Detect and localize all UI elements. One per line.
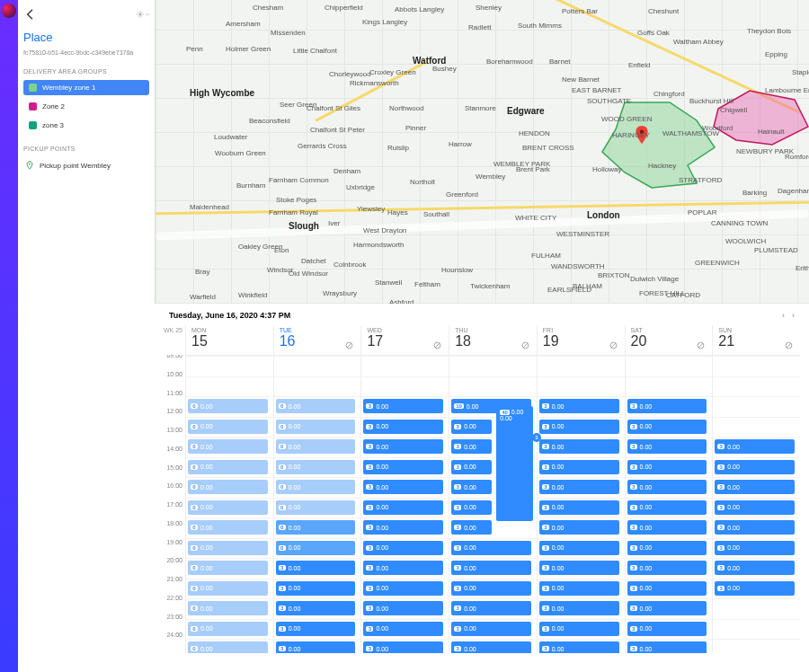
timeslot[interactable]: 00.00 [188,581,268,596]
timeslot[interactable]: 30.00 [627,622,707,636]
timeslot[interactable]: 30.00 [627,641,707,653]
timeslot[interactable]: 30.00 [715,520,795,535]
map[interactable]: CheshamChipperfieldAbbots LangleyShenley… [155,0,809,304]
timeslot[interactable]: 30.00 [715,541,795,555]
timeslot[interactable]: 30.00 [451,420,492,434]
overflow-badge[interactable]: 3 [532,433,541,442]
day-header-thu[interactable]: THU18 [449,325,537,355]
timeslot[interactable]: 30.00 [451,460,492,474]
timeslot[interactable]: 30.00 [451,561,531,575]
timeslot[interactable]: 00.00 [188,420,268,434]
timeslot[interactable]: 30.00 [276,622,356,636]
timeslot[interactable]: 30.00 [627,399,707,413]
settings-dropdown[interactable] [137,8,149,21]
timeslot-large[interactable]: 40 0.000.00 [496,406,533,521]
timeslot[interactable]: 30.00 [363,460,443,474]
timeslot[interactable]: 30.00 [715,439,795,454]
timeslot[interactable]: 30.00 [276,581,356,596]
timeslot[interactable]: 30.00 [539,500,619,515]
timeslot[interactable]: 30.00 [276,601,356,615]
timeslot[interactable]: 00.00 [188,439,268,454]
timeslot[interactable]: 30.00 [627,541,707,555]
timeslot[interactable]: 30.00 [363,520,443,535]
next-week-button[interactable]: › [792,311,795,320]
timeslot[interactable]: 30.00 [451,581,531,596]
timeslot[interactable]: 30.00 [363,480,443,494]
day-header-fri[interactable]: FRI19 [537,325,625,355]
timeslot[interactable]: 30.00 [539,420,619,434]
timeslot[interactable]: 00.00 [188,500,268,515]
timeslot[interactable]: 30.00 [715,581,795,596]
timeslot[interactable]: 30.00 [451,641,531,653]
timeslot[interactable]: 30.00 [627,439,707,454]
app-logo[interactable] [2,4,16,18]
timeslot[interactable]: 30.00 [627,601,707,615]
timeslot[interactable]: 00.00 [188,601,268,615]
timeslot[interactable]: 30.00 [715,561,795,575]
timeslot[interactable]: 00.00 [276,500,356,515]
timeslot[interactable]: 30.00 [363,601,443,615]
timeslot[interactable]: 30.00 [715,460,795,474]
timeslot[interactable]: 30.00 [539,581,619,596]
timeslot[interactable]: 30.00 [363,561,443,575]
day-header-sun[interactable]: SUN21 [712,325,800,355]
timeslot[interactable]: 00.00 [276,460,356,474]
timeslot[interactable]: 30.00 [363,500,443,515]
timeslot[interactable]: 30.00 [451,500,492,515]
timeslot[interactable]: 30.00 [363,581,443,596]
timeslot[interactable]: 30.00 [539,399,619,413]
day-header-mon[interactable]: MON15 [185,325,273,355]
timeslot[interactable]: 00.00 [276,541,356,555]
timeslot[interactable]: 30.00 [451,541,531,555]
timeslot[interactable]: 30.00 [627,581,707,596]
timeslot[interactable]: 30.00 [627,420,707,434]
timeslot[interactable]: 30.00 [539,601,619,615]
timeslot[interactable]: 00.00 [276,520,356,535]
zone-item-2[interactable]: zone 3 [23,118,149,133]
timeslot[interactable]: 00.00 [276,480,356,494]
timeslot[interactable]: 30.00 [539,622,619,636]
timeslot[interactable]: 00.00 [188,641,268,653]
timeslot[interactable]: 30.00 [627,480,707,494]
timeslot[interactable]: 00.00 [276,420,356,434]
pickup-item-0[interactable]: Pickup point Wembley [23,157,149,173]
day-header-tue[interactable]: TUE16 [273,325,361,355]
timeslot[interactable]: 00.00 [276,399,356,413]
timeslot[interactable]: 00.00 [188,561,268,575]
timeslot[interactable]: 30.00 [627,561,707,575]
timeslot[interactable]: 30.00 [539,460,619,474]
timeslot[interactable]: 30.00 [539,480,619,494]
timeslot[interactable]: 30.00 [363,622,443,636]
timeslot[interactable]: 00.00 [188,541,268,555]
timeslot[interactable]: 00.00 [276,439,356,454]
timeslot[interactable]: 30.00 [539,439,619,454]
timeslot[interactable]: 30.00 [276,561,356,575]
timeslot[interactable]: 30.00 [715,480,795,494]
timeslot[interactable]: 30.00 [539,520,619,535]
timeslot[interactable]: 30.00 [451,601,531,615]
timeslot[interactable]: 30.00 [539,641,619,653]
timeslot[interactable]: 30.00 [627,500,707,515]
prev-week-button[interactable]: ‹ [782,311,785,320]
timeslot[interactable]: 30.00 [363,439,443,454]
day-header-wed[interactable]: WED17 [360,325,449,355]
timeslot[interactable]: 00.00 [188,460,268,474]
timeslot[interactable]: 30.00 [715,500,795,515]
timeslot[interactable]: 30.00 [276,641,356,653]
timeslot[interactable]: 30.00 [363,641,443,653]
timeslot[interactable]: 30.00 [451,520,492,535]
timeslot[interactable]: 30.00 [451,622,531,636]
back-button[interactable] [23,7,38,22]
timeslot[interactable]: 00.00 [188,622,268,636]
timeslot[interactable]: 30.00 [363,399,443,413]
timeslot[interactable]: 30.00 [539,541,619,555]
timeslot[interactable]: 30.00 [627,520,707,535]
zone-item-0[interactable]: Wembley zone 1 [23,80,149,95]
timeslot[interactable]: 30.00 [539,561,619,575]
day-header-sat[interactable]: SAT20 [625,325,713,355]
timeslot[interactable]: 00.00 [188,399,268,413]
timeslot[interactable]: 30.00 [363,541,443,555]
timeslot[interactable]: 30.00 [363,420,443,434]
zone-item-1[interactable]: Zone 2 [23,99,149,114]
timeslot[interactable]: 00.00 [188,520,268,535]
